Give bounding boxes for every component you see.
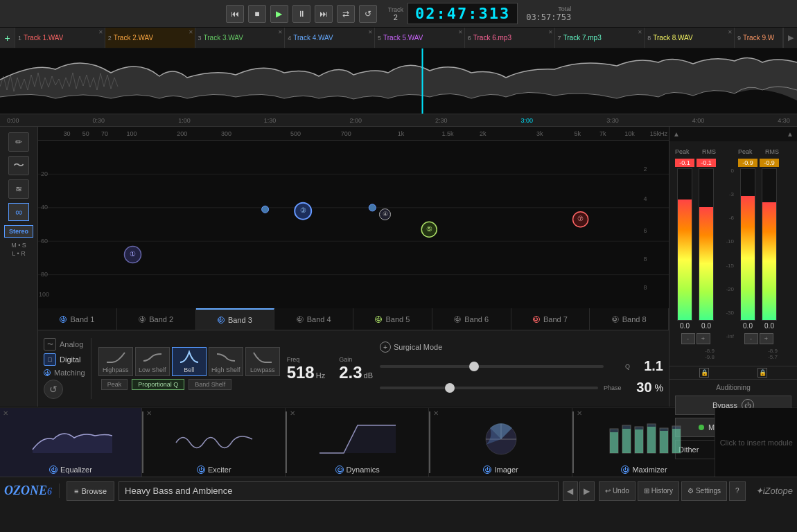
peak-sub-button[interactable]: Peak xyxy=(101,379,128,390)
input-right-bar[interactable] xyxy=(699,168,714,321)
band7-power[interactable]: ⏻ xyxy=(533,316,540,323)
track-tab-1[interactable]: 1 Track 1.WAV ✕ xyxy=(15,28,105,48)
digital-mode-button[interactable]: □ Digital xyxy=(44,353,85,366)
matching-button[interactable]: ⏻ Matching xyxy=(44,369,85,377)
track-tab-6[interactable]: 6 Track 6.mp3 ✕ xyxy=(465,28,555,48)
stop-button[interactable]: ■ xyxy=(248,5,266,23)
band-tab-8[interactable]: ⏻ Band 8 xyxy=(590,308,669,330)
loop-button[interactable]: ⇄ xyxy=(337,5,355,23)
gain-value[interactable]: 2.3 xyxy=(339,364,362,381)
high-shelf-filter-button[interactable]: High Shelf xyxy=(209,347,243,376)
output-meter-btn1[interactable]: - xyxy=(744,333,758,344)
link-icon[interactable]: ∞ xyxy=(8,203,29,221)
imager-power[interactable]: ⏻ xyxy=(483,466,491,474)
exciter-power[interactable]: ⏻ xyxy=(197,466,205,474)
highpass-filter-button[interactable]: Highpass xyxy=(98,347,133,376)
close-track-5[interactable]: ✕ xyxy=(458,29,463,35)
band-tab-1[interactable]: ⏻ Band 1 xyxy=(38,308,117,330)
band3-power[interactable]: ⏻ xyxy=(218,317,225,323)
close-maximizer[interactable]: ✕ xyxy=(577,409,582,417)
track-nav-right[interactable]: ▶ xyxy=(783,28,797,48)
wave-icon[interactable]: 〜 xyxy=(8,156,29,175)
module-equalizer[interactable]: ✕ ⏻ Equalizer xyxy=(0,408,142,477)
track-tab-2[interactable]: 2 Track 2.WAV ✕ xyxy=(105,28,195,48)
undo-eq-button[interactable]: ↺ xyxy=(44,380,63,399)
insert-module-button[interactable]: Click to insert module xyxy=(715,408,797,477)
band-tab-5[interactable]: ⏻ Band 5 xyxy=(353,308,432,330)
prev-preset-button[interactable]: ◀ xyxy=(563,481,578,501)
pause-button[interactable]: ⏸ xyxy=(292,5,310,23)
input-lock-icon[interactable]: 🔒 xyxy=(699,368,709,378)
band4-power[interactable]: ⏻ xyxy=(297,316,304,323)
timeline[interactable]: 0:000:301:001:30 2:002:303:00 3:304:004:… xyxy=(0,114,797,127)
low-shelf-filter-button[interactable]: Low Shelf xyxy=(135,347,170,376)
dynamics-power[interactable]: ⏻ xyxy=(335,466,344,474)
close-track-3[interactable]: ✕ xyxy=(278,29,283,35)
equalizer-power[interactable]: ⏻ xyxy=(49,466,58,474)
stereo-button[interactable]: Stereo xyxy=(4,225,33,238)
pencil-tool-icon[interactable]: ✏ xyxy=(8,132,29,152)
maximizer-power[interactable]: ⏻ xyxy=(621,466,629,474)
browse-button[interactable]: ≡ Browse xyxy=(67,481,114,501)
play-button[interactable]: ▶ xyxy=(270,5,288,23)
output-right-bar[interactable] xyxy=(762,168,777,321)
output-lock-icon[interactable]: 🔒 xyxy=(757,368,767,378)
close-track-7[interactable]: ✕ xyxy=(638,29,642,35)
band-tab-4[interactable]: ⏻ Band 4 xyxy=(274,308,353,330)
eq-display[interactable]: 30 50 70 100 200 300 500 700 1k 1.5k 2k … xyxy=(38,127,669,308)
band-tab-6[interactable]: ⏻ Band 6 xyxy=(432,308,511,330)
close-track-8[interactable]: ✕ xyxy=(728,29,733,35)
meter-scroll-left[interactable]: ▲ xyxy=(672,129,681,139)
freq-value[interactable]: 518 xyxy=(287,364,315,381)
track-tab-9[interactable]: 9 Track 9.W xyxy=(735,28,783,48)
close-equalizer[interactable]: ✕ xyxy=(3,409,8,417)
q-slider[interactable] xyxy=(380,365,604,368)
module-imager[interactable]: ✕ ⏻ Imager xyxy=(430,408,572,477)
module-exciter[interactable]: ✕ ⏻ Exciter xyxy=(143,408,286,477)
undo-button[interactable]: ↩ Undo xyxy=(599,481,636,501)
band8-power[interactable]: ⏻ xyxy=(612,316,619,323)
settings-button[interactable]: ⚙ Settings xyxy=(681,481,727,501)
close-exciter[interactable]: ✕ xyxy=(146,409,152,417)
band-tab-3[interactable]: ⏻ Band 3 xyxy=(196,308,275,330)
rewind-button[interactable]: ⏮ xyxy=(226,5,244,23)
help-button[interactable]: ? xyxy=(729,481,746,501)
lowpass-filter-button[interactable]: Lowpass xyxy=(245,347,280,376)
close-dynamics[interactable]: ✕ xyxy=(290,409,295,417)
add-track-button[interactable]: + xyxy=(0,28,15,48)
band5-power[interactable]: ⏻ xyxy=(375,316,382,323)
spectrum-icon[interactable]: ≋ xyxy=(8,179,29,199)
next-preset-button[interactable]: ▶ xyxy=(579,481,595,501)
surgical-mode-button[interactable]: + Surgical Mode xyxy=(380,342,663,353)
waveform-area[interactable] xyxy=(0,48,797,114)
module-maximizer[interactable]: ✕ ⏻ Maximizer xyxy=(574,408,716,477)
band2-power[interactable]: ⏻ xyxy=(139,316,146,323)
band-tab-2[interactable]: ⏻ Band 2 xyxy=(117,308,196,330)
proportional-q-button[interactable]: Proportional Q xyxy=(132,379,184,390)
phase-slider[interactable] xyxy=(380,387,598,389)
input-meter-btn1[interactable]: - xyxy=(681,333,695,344)
input-left-bar[interactable] xyxy=(677,168,692,321)
band-tab-7[interactable]: ⏻ Band 7 xyxy=(511,308,590,330)
bell-filter-button[interactable]: Bell xyxy=(172,347,207,376)
meter-scroll-right[interactable]: ▲ xyxy=(785,129,795,139)
skip-forward-button[interactable]: ⏭ xyxy=(315,5,333,23)
return-button[interactable]: ↺ xyxy=(359,5,377,23)
band1-power[interactable]: ⏻ xyxy=(60,316,67,323)
track-tab-8[interactable]: 8 Track 8.WAV ✕ xyxy=(645,28,735,48)
close-imager[interactable]: ✕ xyxy=(433,409,439,417)
output-left-bar[interactable] xyxy=(740,168,755,321)
close-track-2[interactable]: ✕ xyxy=(189,29,193,35)
track-tab-7[interactable]: 7 Track 7.mp3 ✕ xyxy=(555,28,645,48)
track-tab-5[interactable]: 5 Track 5.WAV ✕ xyxy=(375,28,465,48)
track-tab-4[interactable]: 4 Track 4.WAV ✕ xyxy=(285,28,375,48)
eq-curve-svg[interactable]: 20 40 60 80 100 2 4 6 8 8 xyxy=(38,141,669,308)
band6-power[interactable]: ⏻ xyxy=(454,316,461,323)
input-meter-btn2[interactable]: + xyxy=(697,333,710,344)
close-track-1[interactable]: ✕ xyxy=(98,29,103,35)
history-button[interactable]: ⊞ History xyxy=(638,481,679,501)
close-track-6[interactable]: ✕ xyxy=(548,29,553,35)
band-shelf-button[interactable]: Band Shelf xyxy=(189,379,231,390)
track-tab-3[interactable]: 3 Track 3.WAV ✕ xyxy=(195,28,286,48)
analog-mode-button[interactable]: 〜 Analog xyxy=(44,338,85,351)
